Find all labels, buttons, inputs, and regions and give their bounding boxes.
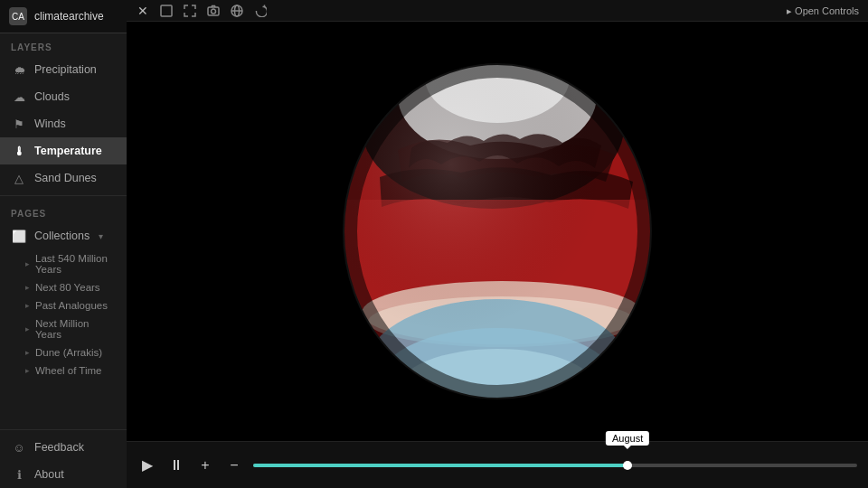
divider-2 <box>0 429 127 430</box>
layer-item-precipitation[interactable]: 🌧 Precipitation <box>0 56 127 83</box>
collection-items-list: Last 540 Million YearsNext 80 YearsPast … <box>0 249 127 380</box>
collection-item-label-0: Last 540 Million Years <box>35 253 116 275</box>
playback-row: ▶ ⏸ + − August <box>137 455 857 475</box>
timeline-tooltip: August <box>606 431 649 446</box>
layer-label-clouds: Clouds <box>34 90 70 103</box>
add-button[interactable]: + <box>195 455 215 475</box>
feedback-nav-item[interactable]: ☺ Feedback <box>0 434 127 461</box>
layer-icon-temperature: 🌡 <box>11 143 27 159</box>
layer-icon-winds: ⚑ <box>11 116 27 132</box>
layer-label-winds: Winds <box>34 117 66 130</box>
layer-item-clouds[interactable]: ☁ Clouds <box>0 83 127 110</box>
about-icon: ℹ <box>11 466 27 483</box>
about-nav-item[interactable]: ℹ About <box>0 461 127 488</box>
collection-item-label-3: Next Million Years <box>35 318 116 340</box>
toolbar: ✕ <box>127 0 868 22</box>
close-icon[interactable]: ✕ <box>134 2 152 20</box>
svg-point-2 <box>212 9 216 14</box>
collections-nav-item[interactable]: ⬜ Collections ▾ <box>0 222 127 249</box>
pages-section-label: PAGES <box>0 200 127 222</box>
sidebar: CA climatearchive LAYERS 🌧 Precipitation… <box>0 0 127 488</box>
collections-chevron: ▾ <box>99 231 103 241</box>
timeline-thumb[interactable] <box>623 461 632 470</box>
refresh-icon[interactable] <box>251 2 269 20</box>
layer-icon-sand-dunes: △ <box>11 170 27 186</box>
main-area: ✕ <box>127 0 868 488</box>
collection-item-2[interactable]: Past Analogues <box>0 296 127 314</box>
collection-item-label-5: Wheel of Time <box>35 365 102 376</box>
layer-item-sand-dunes[interactable]: △ Sand Dunes <box>0 164 127 192</box>
divider-1 <box>0 195 127 196</box>
collection-item-1[interactable]: Next 80 Years <box>0 278 127 296</box>
layer-item-winds[interactable]: ⚑ Winds <box>0 110 127 137</box>
collection-item-4[interactable]: Dune (Arrakis) <box>0 343 127 361</box>
collection-item-5[interactable]: Wheel of Time <box>0 361 127 380</box>
minus-button[interactable]: − <box>224 455 244 475</box>
app-title: climatearchive <box>34 10 104 23</box>
layer-icon-clouds: ☁ <box>11 89 27 105</box>
layer-label-precipitation: Precipitation <box>34 63 97 76</box>
layer-icon-precipitation: 🌧 <box>11 61 27 78</box>
bottom-controls: ▶ ⏸ + − August <box>127 441 868 488</box>
timeline-track[interactable] <box>253 464 857 467</box>
layer-label-temperature: Temperature <box>34 145 102 157</box>
globe-area[interactable] <box>127 22 868 441</box>
app-icon: CA <box>9 7 27 25</box>
about-label: About <box>34 468 64 481</box>
timeline-container[interactable]: August <box>253 456 857 474</box>
layers-list: 🌧 Precipitation ☁ Clouds ⚑ Winds 🌡 Tempe… <box>0 56 127 192</box>
globe-toolbar-icon[interactable] <box>228 2 246 20</box>
collection-item-3[interactable]: Next Million Years <box>0 314 127 343</box>
timeline-fill <box>253 464 627 467</box>
fullscreen-icon[interactable] <box>181 2 199 20</box>
box-select-icon[interactable] <box>157 2 175 20</box>
collection-item-label-4: Dune (Arrakis) <box>35 347 102 358</box>
collection-item-0[interactable]: Last 540 Million Years <box>0 249 127 278</box>
collections-label: Collections <box>34 230 90 242</box>
collection-item-label-1: Next 80 Years <box>35 282 100 293</box>
svg-rect-0 <box>161 5 172 16</box>
feedback-label: Feedback <box>34 441 84 454</box>
camera-icon[interactable] <box>204 2 222 20</box>
collections-icon: ⬜ <box>11 228 27 244</box>
collection-item-label-2: Past Analogues <box>35 300 108 311</box>
sidebar-bottom: ☺ Feedback ℹ About <box>0 426 127 488</box>
open-controls-button[interactable]: ▸ Open Controls <box>787 5 859 16</box>
pause-button[interactable]: ⏸ <box>166 455 186 475</box>
layer-label-sand-dunes: Sand Dunes <box>34 172 97 184</box>
globe-visualization <box>326 42 669 421</box>
play-button[interactable]: ▶ <box>137 455 157 475</box>
feedback-icon: ☺ <box>11 439 27 455</box>
layers-section-label: LAYERS <box>0 33 127 56</box>
layer-item-temperature[interactable]: 🌡 Temperature <box>0 137 127 164</box>
sidebar-header: CA climatearchive <box>0 0 127 33</box>
